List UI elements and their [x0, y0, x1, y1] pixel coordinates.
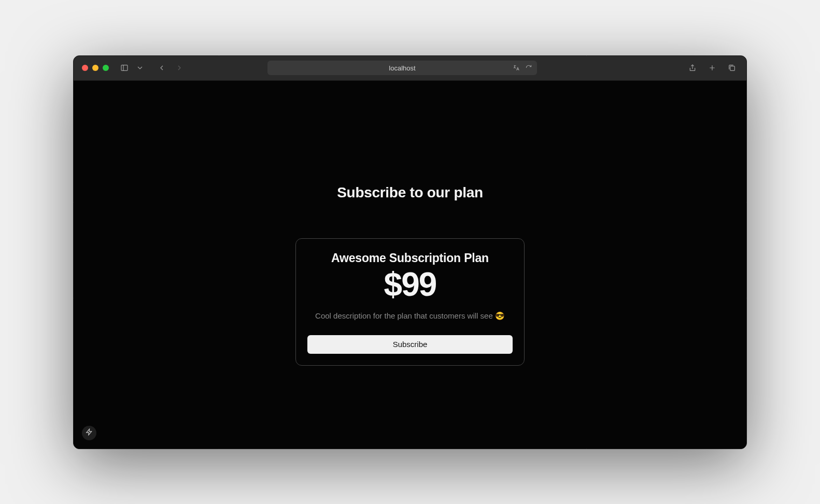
maximize-window-button[interactable]: [103, 65, 109, 71]
subscription-plan-card: Awesome Subscription Plan $99 Cool descr…: [295, 238, 525, 366]
address-bar[interactable]: localhost: [267, 61, 537, 75]
browser-toolbar: localhost: [74, 56, 746, 81]
new-tab-icon[interactable]: [706, 62, 718, 74]
reload-icon[interactable]: [524, 63, 534, 73]
page-viewport: Subscribe to our plan Awesome Subscripti…: [74, 81, 746, 449]
page-heading: Subscribe to our plan: [337, 184, 483, 201]
plan-price: $99: [384, 267, 436, 302]
lightning-icon: [86, 428, 93, 438]
minimize-window-button[interactable]: [92, 65, 98, 71]
sidebar-toggle-icon[interactable]: [118, 62, 131, 74]
address-bar-text: localhost: [389, 64, 415, 72]
tab-overview-icon[interactable]: [726, 62, 738, 74]
svg-marker-5: [87, 429, 92, 435]
forward-button-icon[interactable]: [173, 62, 186, 74]
dev-tools-badge[interactable]: [82, 426, 96, 440]
tab-group-dropdown-icon[interactable]: [134, 62, 146, 74]
browser-window: localhost: [73, 55, 747, 449]
back-button-icon[interactable]: [155, 62, 168, 74]
share-icon[interactable]: [686, 62, 699, 74]
close-window-button[interactable]: [82, 65, 88, 71]
plan-title: Awesome Subscription Plan: [331, 251, 489, 265]
svg-rect-4: [730, 66, 735, 71]
reader-translate-icon[interactable]: [511, 63, 521, 73]
plan-description: Cool description for the plan that custo…: [315, 311, 505, 321]
svg-rect-0: [121, 65, 128, 71]
window-controls: [82, 65, 109, 71]
subscribe-button[interactable]: Subscribe: [307, 335, 513, 354]
